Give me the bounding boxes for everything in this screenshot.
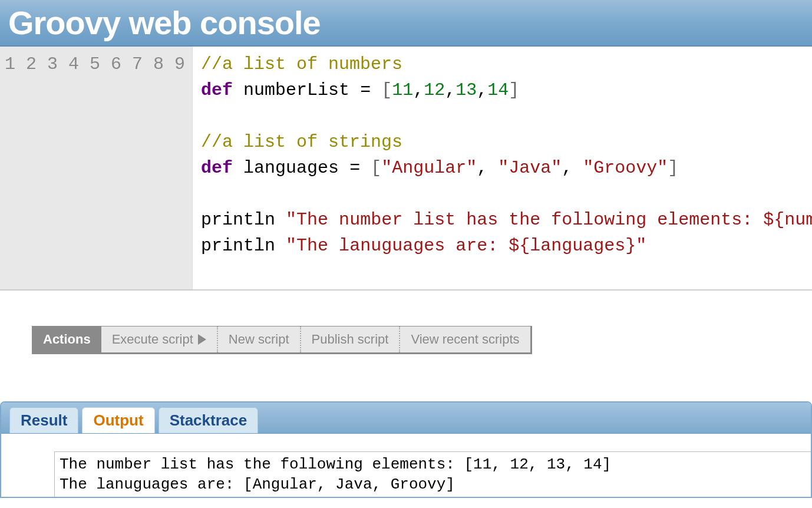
action-label: Execute script	[112, 332, 193, 347]
code-line[interactable]: println "The number list has the followi…	[201, 207, 804, 233]
code-line[interactable]: println "The lanuguages are: ${languages…	[201, 233, 804, 259]
action-new-script[interactable]: New script	[217, 326, 300, 352]
actions-label: Actions	[32, 326, 101, 352]
page-title: Groovy web console	[8, 4, 804, 42]
action-label: View recent scripts	[411, 332, 519, 347]
play-icon	[198, 334, 206, 345]
action-label: New script	[229, 332, 289, 347]
tab-stacktrace[interactable]: Stacktrace	[159, 407, 259, 433]
output-text: The number list has the following elemen…	[54, 451, 811, 497]
tab-result[interactable]: Result	[9, 407, 78, 433]
tab-content: The number list has the following elemen…	[1, 434, 811, 497]
page-header: Groovy web console	[0, 0, 812, 47]
action-execute-script[interactable]: Execute script	[101, 326, 217, 352]
action-label: Publish script	[312, 332, 389, 347]
action-view-recent-scripts[interactable]: View recent scripts	[399, 326, 530, 352]
line-number-gutter: 1 2 3 4 5 6 7 8 9	[0, 47, 193, 289]
code-line[interactable]	[201, 181, 804, 207]
code-line[interactable]: //a list of strings	[201, 129, 804, 155]
code-line[interactable]: def numberList = [11,12,13,14]	[201, 77, 804, 103]
code-line[interactable]	[201, 259, 804, 285]
output-panel: ResultOutputStacktrace The number list h…	[0, 401, 812, 498]
code-editor[interactable]: 1 2 3 4 5 6 7 8 9 //a list of numbersdef…	[0, 47, 812, 291]
code-line[interactable]	[201, 103, 804, 129]
code-line[interactable]: //a list of numbers	[201, 51, 804, 77]
tab-strip: ResultOutputStacktrace	[1, 403, 811, 434]
actions-toolbar: Actions Execute scriptNew scriptPublish …	[32, 326, 532, 354]
code-line[interactable]: def languages = ["Angular", "Java", "Gro…	[201, 155, 804, 181]
code-area[interactable]: //a list of numbersdef numberList = [11,…	[193, 47, 812, 289]
action-publish-script[interactable]: Publish script	[300, 326, 400, 352]
tab-output[interactable]: Output	[82, 407, 154, 433]
